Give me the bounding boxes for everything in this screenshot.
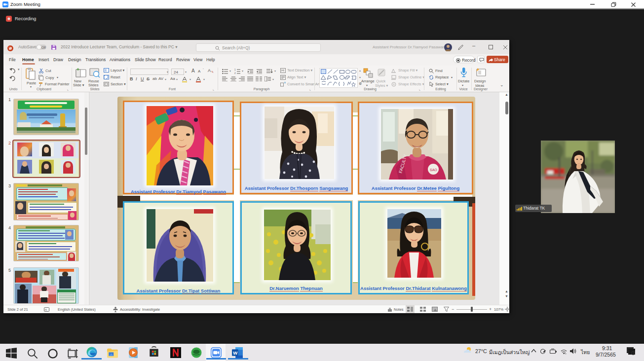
svg-text:SAO: SAO bbox=[430, 168, 437, 172]
svg-text:1: 1 bbox=[234, 69, 236, 71]
svg-text:A: A bbox=[45, 308, 47, 311]
svg-text:2: 2 bbox=[234, 72, 236, 74]
svg-text:P: P bbox=[9, 46, 11, 51]
svg-text:W: W bbox=[233, 350, 237, 356]
svg-text:1: 1 bbox=[633, 352, 635, 355]
svg-text:Off: Off bbox=[41, 46, 46, 49]
